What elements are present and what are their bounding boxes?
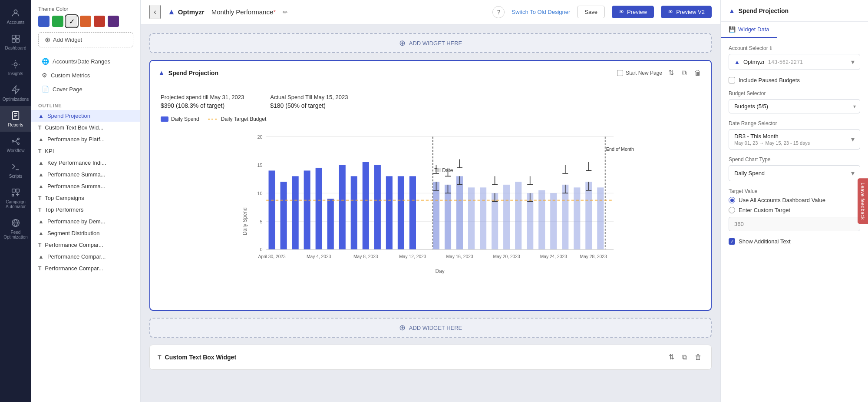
nav-reports[interactable]: Reports — [0, 106, 31, 132]
spend-chart-type-box[interactable]: Daily Spend ▾ — [729, 165, 860, 181]
nav-dashboard[interactable]: Dashboard — [0, 29, 31, 55]
target-value-radio-group: Use All Accounts Dashboard Value Enter C… — [729, 197, 860, 213]
chart-icon-8: ▲ — [38, 253, 44, 260]
switch-old-designer-button[interactable]: Switch To Old Designer — [512, 9, 570, 15]
feedback-tab[interactable]: Leave feedback — [858, 178, 868, 224]
swatch-purple[interactable] — [108, 16, 119, 27]
plus-circle-icon: ⊕ — [45, 36, 50, 44]
account-id: 143-562-2271 — [768, 59, 803, 65]
outline-item-key-performance[interactable]: ▲ Key Performance Indi... — [31, 157, 140, 169]
outline-item-top-performers[interactable]: T Top Performers — [31, 204, 140, 216]
nav-workflow[interactable]: Workflow — [0, 132, 31, 157]
outline-item-performance-dem[interactable]: ▲ Performance by Dem... — [31, 216, 140, 227]
svg-text:May 24, 2023: May 24, 2023 — [540, 254, 567, 259]
outline-item-performance-summa-1[interactable]: ▲ Performance Summa... — [31, 169, 140, 180]
outline-item-segment-distribution[interactable]: ▲ Segment Distribution — [31, 227, 140, 239]
outline-item-performance-compar-1[interactable]: T Performance Compar... — [31, 239, 140, 251]
sidebar-link-accounts[interactable]: 🌐 Accounts/Date Ranges — [38, 55, 133, 67]
proj-bar-13 — [574, 187, 580, 249]
text-icon-3: T — [38, 195, 41, 201]
swatch-orange[interactable] — [80, 16, 91, 27]
bar-2 — [281, 182, 287, 249]
proj-bar-1 — [433, 182, 439, 249]
radio-enter-custom-input[interactable] — [729, 207, 735, 213]
add-widget-zone-top[interactable]: ⊕ ADD WIDGET HERE — [149, 33, 712, 53]
topbar: ‹ ▲ Optmyzr Monthly Performance* ✏ ? Swi… — [141, 0, 720, 24]
swatch-green[interactable] — [52, 16, 63, 27]
svg-text:May 12, 2023: May 12, 2023 — [399, 254, 426, 259]
bar-10 — [374, 165, 381, 249]
save-button[interactable]: Save — [577, 6, 605, 18]
outline-item-spend-projection[interactable]: ▲ Spend Projection — [31, 110, 140, 122]
back-button[interactable]: ‹ — [149, 5, 161, 19]
custom-text-duplicate-button[interactable]: ⧉ — [680, 352, 689, 363]
custom-text-delete-button[interactable]: 🗑 — [693, 352, 703, 363]
nav-insights[interactable]: Insights — [0, 55, 31, 80]
custom-text-sort-button[interactable]: ⇅ — [667, 351, 676, 363]
workflow-icon — [10, 136, 21, 146]
start-new-page-control[interactable]: Start New Page — [617, 70, 662, 76]
budget-selector-display[interactable]: Budgets (5/5) — [729, 99, 860, 113]
custom-text-actions: ⇅ ⧉ 🗑 — [667, 351, 703, 363]
optmyzr-logo-icon: ▲ — [168, 7, 175, 17]
bar-8 — [351, 176, 357, 249]
radio-use-all-accounts-input[interactable] — [729, 197, 735, 203]
proj-bar-3 — [456, 176, 463, 249]
swatch-blue[interactable] — [38, 16, 50, 27]
scripts-icon — [10, 162, 21, 172]
include-paused-checkbox[interactable] — [729, 77, 735, 83]
nav-accounts[interactable]: Accounts — [0, 3, 31, 29]
budget-selector-wrap[interactable]: Budgets (5/5) — [729, 99, 860, 113]
radio-enter-custom[interactable]: Enter Custom Target — [729, 207, 860, 213]
include-paused-field[interactable]: Include Paused Budgets — [729, 77, 860, 83]
show-additional-field[interactable]: ✓ Show Additional Text — [729, 238, 860, 245]
sidebar-link-custom-metrics[interactable]: ⚙ Custom Metrics — [38, 69, 133, 81]
outline-item-performance-summa-2[interactable]: ▲ Performance Summa... — [31, 180, 140, 192]
nav-optimizations[interactable]: Optimizations — [0, 80, 31, 106]
outline-item-top-campaigns[interactable]: T Top Campaigns — [31, 192, 140, 204]
date-range-box[interactable]: DR3 - This Month May 01, 23 → May 15, 23… — [729, 129, 860, 150]
edit-icon[interactable]: ✏ — [283, 9, 288, 16]
widget-sort-button[interactable]: ⇅ — [667, 67, 676, 79]
legend-dashed-target — [208, 119, 218, 120]
widget-delete-button[interactable]: 🗑 — [693, 67, 703, 79]
account-selector-box[interactable]: ▲ Optmyzr 143-562-2271 ▾ — [729, 54, 860, 70]
nav-campaign-automator[interactable]: Campaign Automator — [0, 183, 31, 213]
outline-item-performance-compar-2[interactable]: ▲ Performance Compar... — [31, 251, 140, 262]
sidebar-link-cover-page[interactable]: 📄 Cover Page — [38, 83, 133, 95]
preview-button[interactable]: 👁 Preview — [612, 6, 654, 18]
svg-text:20: 20 — [257, 134, 262, 140]
preview-v2-button[interactable]: 👁 Preview V2 — [661, 6, 712, 18]
projected-label: Projected spend till May 31, 2023 — [161, 94, 244, 100]
spend-chart-type-value: Daily Spend — [734, 170, 765, 176]
swatch-red[interactable] — [94, 16, 105, 27]
eye-icon-v2: 👁 — [668, 9, 673, 15]
add-widget-zone-middle[interactable]: ⊕ ADD WIDGET HERE — [149, 318, 712, 338]
eye-icon: 👁 — [619, 9, 624, 15]
outline-item-custom-text[interactable]: T Custom Text Box Wid... — [31, 122, 140, 133]
nav-scripts[interactable]: Scripts — [0, 157, 31, 183]
radio-use-all-accounts[interactable]: Use All Accounts Dashboard Value — [729, 197, 860, 203]
tab-widget-data[interactable]: 💾 Widget Data — [721, 22, 777, 38]
feed-optimization-icon — [10, 218, 21, 228]
budget-selector-field: Budget Selector Budgets (5/5) — [729, 90, 860, 113]
swatch-light-active[interactable]: ✓ — [66, 16, 77, 27]
outline-item-kpi[interactable]: T KPI — [31, 145, 140, 157]
help-button[interactable]: ? — [492, 6, 505, 18]
legend-box-daily — [161, 116, 168, 122]
custom-text-widget: T Custom Text Box Widget ⇅ ⧉ 🗑 — [149, 345, 712, 370]
outline-item-performance-platform[interactable]: ▲ Performance by Platf... — [31, 133, 140, 145]
custom-target-input[interactable] — [729, 217, 860, 231]
svg-text:May 8, 2023: May 8, 2023 — [353, 254, 378, 259]
show-additional-checkbox[interactable]: ✓ — [729, 238, 735, 245]
nav-feed-optimization[interactable]: Feed Optimization — [0, 213, 31, 244]
target-value-label: Target Value — [729, 188, 860, 194]
main-area: ‹ ▲ Optmyzr Monthly Performance* ✏ ? Swi… — [141, 0, 720, 402]
chart-icon-6: ▲ — [38, 218, 44, 225]
bar-5 — [316, 168, 322, 249]
chart-icon-1: ▲ — [38, 113, 44, 119]
start-new-page-checkbox[interactable] — [617, 70, 623, 76]
add-widget-button[interactable]: ⊕ Add Widget — [38, 32, 133, 47]
outline-item-performance-compar-3[interactable]: T Performance Compar... — [31, 262, 140, 274]
widget-duplicate-button[interactable]: ⧉ — [680, 67, 688, 79]
